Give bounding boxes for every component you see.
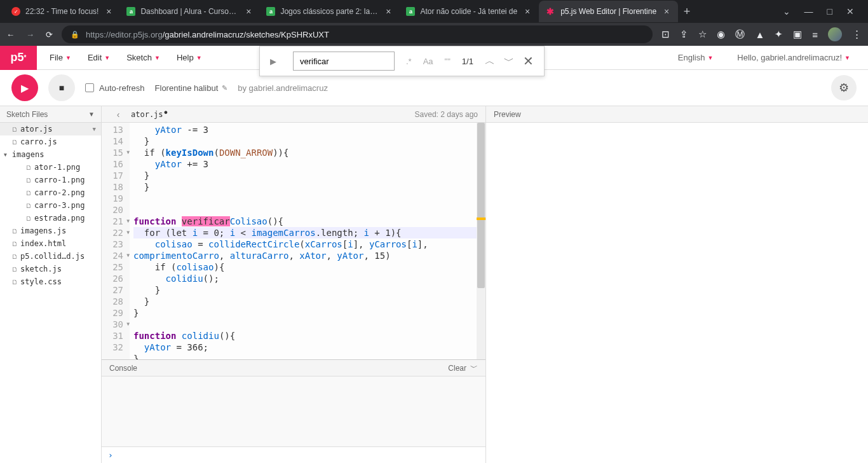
find-bar: ▶ .* Aa "" 1/1 ︿ ﹀ ✕ — [259, 46, 545, 76]
chevron-down-icon[interactable]: ﹀ — [470, 363, 478, 373]
language-menu[interactable]: English▼ — [672, 49, 720, 66]
ext-icon-2[interactable]: Ⓜ — [735, 29, 745, 41]
line-number[interactable]: 29 — [102, 307, 128, 319]
find-prev-icon[interactable]: ︿ — [485, 55, 495, 68]
cast-icon[interactable]: ▣ — [793, 29, 802, 40]
close-icon[interactable]: × — [104, 6, 114, 17]
folder-item[interactable]: imagens — [0, 148, 101, 161]
chevron-down-icon[interactable]: ▼ — [88, 111, 95, 118]
file-item[interactable]: 🗋sketch.js — [0, 263, 101, 275]
ext-icon-1[interactable]: ◉ — [717, 29, 725, 40]
find-count: 1/1 — [462, 57, 473, 66]
line-number[interactable]: 32 — [102, 342, 128, 353]
line-number[interactable]: 25 — [102, 261, 128, 273]
kebab-icon[interactable]: ⋮ — [852, 29, 862, 40]
line-number[interactable]: 26 — [102, 273, 128, 284]
share-icon[interactable]: ⇪ — [680, 29, 688, 40]
new-tab-button[interactable]: + — [678, 5, 696, 18]
sidebar-header[interactable]: Sketch Files ▼ — [0, 106, 101, 123]
file-item[interactable]: 🗋carro-1.png — [0, 174, 101, 186]
line-number[interactable]: 16 — [102, 158, 128, 170]
file-item[interactable]: 🗋carro-3.png — [0, 199, 101, 212]
regex-toggle[interactable]: .* — [406, 57, 412, 66]
profile-avatar[interactable] — [828, 27, 842, 41]
scrollbar[interactable] — [477, 123, 485, 359]
reload-icon[interactable]: ⟳ — [46, 30, 53, 39]
line-number[interactable]: 21 — [102, 216, 128, 227]
file-item[interactable]: 🗋style.css — [0, 275, 101, 288]
menu-edit[interactable]: Edit▼ — [81, 49, 116, 66]
line-number[interactable]: 24 — [102, 250, 128, 261]
line-number[interactable]: 15 — [102, 147, 128, 158]
close-icon[interactable]: × — [522, 6, 532, 17]
maximize-icon[interactable]: □ — [827, 6, 832, 17]
menu-help[interactable]: Help▼ — [170, 49, 208, 66]
scroll-thumb[interactable] — [477, 123, 485, 288]
file-item[interactable]: 🗋estrada.png — [0, 212, 101, 225]
case-toggle[interactable]: Aa — [423, 57, 433, 66]
stop-button[interactable]: ■ — [48, 74, 75, 101]
tab-jogos[interactable]: a Jogos clássicos parte 2: laços × — [260, 1, 400, 22]
file-item[interactable]: 🗋imagens.js — [0, 225, 101, 237]
file-item[interactable]: 🗋carro.js — [0, 135, 101, 148]
sketch-author: by gabriel.andrelimacruz — [238, 83, 328, 93]
ext-icon-3[interactable]: ▲ — [755, 29, 764, 40]
console-input[interactable]: › — [102, 446, 485, 463]
tab-p5editor[interactable]: ✱ p5.js Web Editor | Florentine × — [539, 1, 678, 22]
extensions-icon[interactable]: ✦ — [775, 29, 783, 40]
code-editor[interactable]: 1314151617181920212223242526272829303132… — [102, 123, 485, 359]
line-number[interactable]: 23 — [102, 238, 128, 250]
close-icon[interactable]: × — [383, 6, 393, 17]
edit-icon[interactable]: ✎ — [222, 84, 227, 92]
line-number[interactable]: 20 — [102, 204, 128, 216]
menu-sketch[interactable]: Sketch▼ — [120, 49, 166, 66]
close-window-icon[interactable]: ✕ — [846, 6, 854, 17]
find-close-icon[interactable]: ✕ — [523, 53, 534, 69]
chevron-down-icon[interactable]: ▼ — [93, 126, 96, 132]
close-icon[interactable]: × — [661, 6, 672, 17]
whole-word-toggle[interactable]: "" — [445, 57, 451, 66]
console-clear-button[interactable]: Clear ﹀ — [448, 363, 478, 373]
star-icon[interactable]: ☆ — [698, 29, 707, 40]
chevron-down-icon[interactable]: ⌄ — [783, 6, 790, 17]
line-number[interactable]: 17 — [102, 170, 128, 181]
settings-button[interactable]: ⚙ — [831, 75, 857, 100]
find-next-icon[interactable]: ﹀ — [504, 55, 514, 68]
file-item[interactable]: 🗋ator-1.png — [0, 161, 101, 174]
tab-alura-dashboard[interactable]: a Dashboard | Alura - Cursos o × — [120, 1, 260, 22]
tab-ator[interactable]: a Ator não colide - Já tentei de × — [400, 1, 539, 22]
menu-file[interactable]: File▼ — [43, 49, 78, 66]
line-number[interactable]: 27 — [102, 284, 128, 296]
line-number[interactable]: 19 — [102, 193, 128, 204]
run-button[interactable]: ▶ — [11, 74, 38, 101]
line-number[interactable]: 18 — [102, 181, 128, 193]
file-item[interactable]: 🗋carro-2.png — [0, 186, 101, 199]
close-icon[interactable]: × — [243, 6, 254, 17]
translate-icon[interactable]: ⊡ — [661, 29, 670, 40]
file-icon: 🗋 — [25, 177, 32, 184]
sketch-name[interactable]: Florentine halibut✎ — [155, 83, 228, 93]
line-number[interactable]: 13 — [102, 124, 128, 135]
auto-refresh-toggle[interactable]: Auto-refresh — [85, 83, 145, 93]
file-item[interactable]: 🗋p5.collid…d.js — [0, 250, 101, 263]
reading-list-icon[interactable]: ≡ — [812, 29, 818, 40]
collapse-sidebar-icon[interactable]: ‹ — [109, 109, 127, 120]
tab-focus[interactable]: ✓ 22:32 - Time to focus! × — [5, 1, 120, 22]
p5-icon: ✱ — [545, 6, 555, 17]
line-number[interactable]: 28 — [102, 296, 128, 307]
minimize-icon[interactable]: — — [804, 6, 813, 17]
file-item[interactable]: 🗋index.html — [0, 237, 101, 250]
window-controls: ⌄ — □ ✕ — [783, 6, 863, 17]
back-icon[interactable]: ← — [6, 30, 15, 39]
file-item[interactable]: 🗋ator.js▼ — [0, 123, 101, 135]
url-input[interactable]: 🔒 https://editor.p5js.org/gabriel.andrel… — [62, 25, 653, 43]
user-menu[interactable]: Hello, gabriel.andrelimacruz!▼ — [731, 49, 857, 66]
checkbox-icon[interactable] — [85, 83, 94, 92]
line-number[interactable]: 22 — [102, 227, 128, 238]
find-input[interactable] — [293, 52, 395, 71]
line-number[interactable]: 30 — [102, 319, 128, 330]
p5-logo[interactable]: p5* — [0, 46, 37, 70]
play-icon[interactable]: ▶ — [270, 57, 276, 66]
line-number[interactable]: 31 — [102, 330, 128, 342]
line-number[interactable]: 14 — [102, 135, 128, 147]
